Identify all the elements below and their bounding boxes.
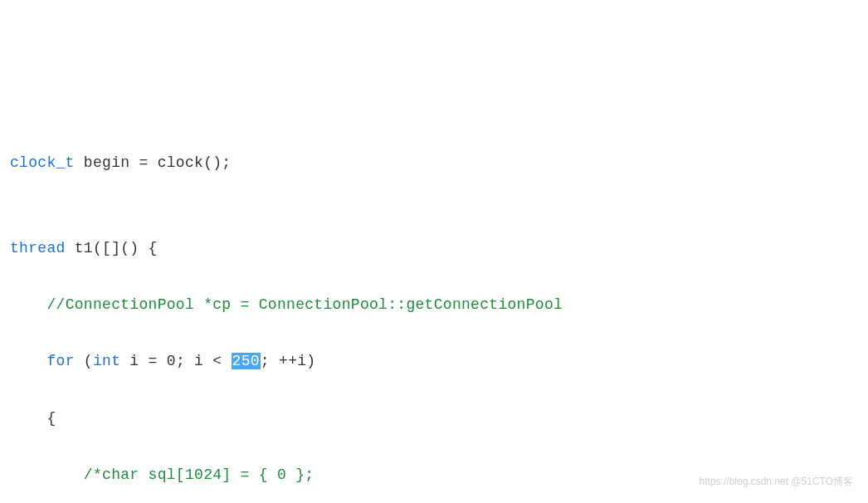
comment: //ConnectionPool *cp = ConnectionPool::g…	[46, 296, 563, 313]
operator: =	[149, 353, 158, 369]
code-line-2: thread t1([]() {	[10, 234, 858, 262]
selection-highlight[interactable]: 250	[232, 353, 261, 369]
keyword-thread: thread	[10, 240, 66, 256]
code-line-0: clock_t begin = clock();	[10, 149, 858, 177]
code-line-5: {	[10, 404, 858, 432]
keyword-clock_t: clock_t	[10, 154, 75, 171]
indent	[10, 466, 84, 483]
indent	[10, 296, 46, 313]
code-text: t1([]() {	[66, 240, 158, 256]
keyword-for: for	[46, 353, 74, 369]
indent	[10, 353, 46, 369]
operator: =	[139, 154, 148, 171]
code-text: i	[120, 353, 148, 369]
code-text	[222, 353, 231, 369]
comment-block-start: /*char sql[1024] = { 0 };	[84, 466, 315, 483]
code-text: ; ++i)	[261, 353, 316, 369]
code-line-4: for (int i = 0; i < 250; ++i)	[10, 347, 858, 375]
operator: <	[212, 353, 222, 369]
code-text: (	[75, 353, 93, 369]
code-editor[interactable]: clock_t begin = clock(); thread t1([]() …	[10, 120, 858, 503]
code-text: begin	[75, 154, 139, 171]
keyword-int: int	[93, 353, 120, 369]
watermark: https://blog.csdn.net @51CTO博客	[700, 472, 853, 491]
code-line-3: //ConnectionPool *cp = ConnectionPool::g…	[10, 291, 858, 319]
code-text: clock();	[149, 154, 232, 171]
code-text: 0; i	[158, 353, 213, 369]
